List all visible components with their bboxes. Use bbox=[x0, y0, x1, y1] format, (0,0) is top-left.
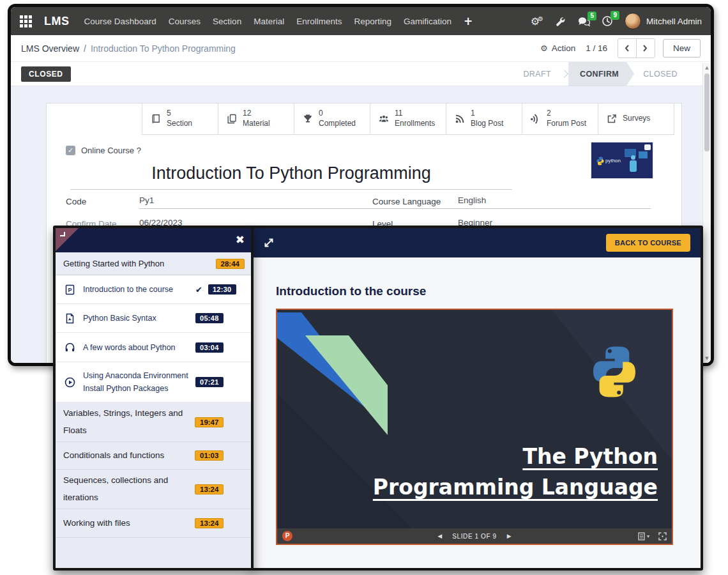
thumbnail-corner-logo bbox=[644, 144, 651, 150]
expand-arrows-icon[interactable] bbox=[262, 236, 275, 249]
settings-cogs-icon[interactable]: ⚙⚙ bbox=[531, 15, 543, 27]
control-panel: LMS Overview / Introduction To Python Pr… bbox=[11, 35, 711, 62]
stat-button-section[interactable]: 5Section bbox=[142, 103, 218, 135]
stat-button-blog-post[interactable]: 1Blog Post bbox=[446, 103, 522, 135]
material-row-audio[interactable]: A few words about Python 03:04 bbox=[56, 333, 251, 362]
external-link-icon bbox=[607, 114, 617, 124]
action-gear-icon: ⚙ bbox=[540, 43, 548, 53]
breadcrumb-separator: / bbox=[84, 43, 86, 54]
nav-item-enrollments[interactable]: Enrollments bbox=[296, 17, 342, 26]
online-course-checkbox[interactable]: ✓ bbox=[66, 146, 75, 155]
thumbnail-panel-shape bbox=[639, 151, 648, 158]
online-course-field: ✓ Online Course ? bbox=[66, 146, 141, 155]
course-thumbnail-image: python bbox=[591, 142, 653, 179]
debug-wrench-icon[interactable] bbox=[555, 16, 566, 27]
copy-pages-icon bbox=[227, 114, 237, 124]
slide-viewer: The Python Programming Language P ◀ SLID… bbox=[276, 309, 673, 545]
user-avatar[interactable] bbox=[625, 13, 641, 29]
course-language-value[interactable]: English bbox=[458, 195, 651, 209]
book-icon bbox=[151, 114, 161, 124]
section-header-row[interactable]: Getting Started with Python 28:44 bbox=[56, 252, 251, 275]
stat-label: Enrollments bbox=[395, 119, 435, 128]
closed-ribbon-badge: CLOSED bbox=[21, 66, 71, 82]
player-header: BACK TO COURSE bbox=[252, 228, 701, 257]
stat-value: 2 bbox=[547, 109, 551, 118]
stat-button-surveys[interactable]: Surveys bbox=[598, 103, 674, 135]
status-state-draft[interactable]: DRAFT bbox=[514, 62, 560, 86]
section-title: Getting Started with Python bbox=[63, 259, 216, 268]
stat-label: Surveys bbox=[623, 114, 650, 123]
course-language-label: Course Language bbox=[372, 197, 441, 206]
signal-icon bbox=[531, 114, 541, 124]
action-menu-button[interactable]: ⚙ Action bbox=[540, 43, 575, 53]
material-row-pdf[interactable]: Python Basic Syntax 05:48 bbox=[56, 304, 251, 333]
nav-item-material[interactable]: Material bbox=[254, 17, 284, 26]
slide-artwork bbox=[277, 310, 673, 545]
nav-item-courses[interactable]: Courses bbox=[169, 17, 201, 26]
fullscreen-icon[interactable] bbox=[658, 532, 667, 540]
scroll-down-icon[interactable]: ▼ bbox=[703, 356, 711, 361]
stat-label: Material bbox=[243, 119, 270, 128]
material-title: Python Basic Syntax bbox=[83, 312, 190, 325]
material-duration-badge: 07:21 bbox=[195, 377, 224, 387]
stat-value: 5 bbox=[167, 109, 171, 118]
section-row[interactable]: Working with files 13:24 bbox=[56, 509, 251, 538]
stat-value: 0 bbox=[319, 109, 323, 118]
material-row-presentation[interactable]: P Introduction to the course ✔ 12:30 bbox=[56, 275, 251, 304]
slide-previous-icon[interactable]: ◀ bbox=[437, 533, 442, 539]
code-label: Code bbox=[66, 197, 86, 206]
section-row[interactable]: Sequences, collections and iterations 13… bbox=[56, 470, 251, 509]
trophy-icon bbox=[303, 114, 313, 124]
headphones-icon bbox=[64, 342, 75, 353]
collapse-corner-icon[interactable] bbox=[59, 231, 66, 238]
close-icon[interactable]: ✖ bbox=[236, 233, 245, 246]
breadcrumb-parent[interactable]: LMS Overview bbox=[21, 43, 79, 54]
section-duration-badge: 01:03 bbox=[195, 450, 224, 461]
status-state-closed[interactable]: CLOSED bbox=[634, 62, 686, 86]
section-title: Sequences, collections and iterations bbox=[63, 472, 190, 506]
nav-add-button[interactable]: + bbox=[464, 15, 473, 27]
apps-grid-icon[interactable] bbox=[20, 15, 32, 27]
slide-next-icon[interactable]: ▶ bbox=[507, 533, 512, 539]
material-row-video[interactable]: Using Anaconda Environment Install Pytho… bbox=[56, 362, 251, 402]
nav-item-course-dashboard[interactable]: Course Dashboard bbox=[84, 17, 156, 26]
material-heading: Introduction to the course bbox=[276, 284, 426, 298]
section-row[interactable]: Conditionals and functions 01:03 bbox=[56, 442, 251, 470]
nav-item-reporting[interactable]: Reporting bbox=[354, 17, 391, 26]
thumbnail-figure-shape bbox=[630, 160, 637, 172]
app-brand[interactable]: LMS bbox=[44, 15, 70, 28]
svg-text:P: P bbox=[68, 287, 72, 293]
pager-previous-button[interactable] bbox=[618, 38, 637, 58]
slide-title: The Python Programming Language bbox=[373, 441, 658, 503]
python-logo-small-icon bbox=[596, 157, 605, 165]
chevron-left-icon bbox=[624, 44, 630, 52]
back-to-course-button[interactable]: BACK TO COURSE bbox=[606, 234, 690, 252]
slide-notes-button[interactable]: ▾ bbox=[638, 532, 649, 540]
status-state-confirm[interactable]: CONFIRM bbox=[568, 62, 634, 86]
scroll-up-icon[interactable]: ▲ bbox=[703, 65, 711, 70]
stat-button-enrollments[interactable]: 11Enrollments bbox=[370, 103, 446, 135]
course-title-field[interactable]: Introduction To Python Programming bbox=[70, 164, 512, 190]
stat-label: Section bbox=[167, 119, 192, 128]
nav-item-gamification[interactable]: Gamification bbox=[404, 17, 451, 26]
rss-icon bbox=[455, 114, 465, 124]
stat-button-completed[interactable]: 0Completed bbox=[294, 103, 370, 135]
section-title: Conditionals and functions bbox=[63, 447, 190, 464]
new-record-button[interactable]: New bbox=[663, 39, 701, 57]
course-player-main: BACK TO COURSE Introduction to the cours… bbox=[250, 226, 703, 571]
thumbnail-figure-shape bbox=[631, 155, 635, 160]
stat-value: 12 bbox=[243, 109, 251, 118]
nav-item-section[interactable]: Section bbox=[213, 17, 241, 26]
scrollbar-thumb[interactable] bbox=[704, 73, 709, 151]
stat-label: Forum Post bbox=[547, 119, 586, 128]
section-row[interactable]: Variables, Strings, Integers and Floats … bbox=[56, 402, 251, 442]
window-scrollbar[interactable]: ▲ ▼ bbox=[702, 63, 711, 363]
pager-next-button[interactable] bbox=[636, 38, 655, 58]
stat-button-forum-post[interactable]: 2Forum Post bbox=[522, 103, 598, 135]
activities-clock-icon[interactable]: 9 bbox=[602, 15, 613, 27]
slide-title-line1: The Python bbox=[373, 441, 658, 472]
stat-button-material[interactable]: 12Material bbox=[218, 103, 294, 135]
user-name[interactable]: Mitchell Admin bbox=[646, 17, 702, 26]
section-title: Working with files bbox=[63, 515, 190, 532]
messages-icon[interactable]: 5 bbox=[577, 16, 590, 27]
